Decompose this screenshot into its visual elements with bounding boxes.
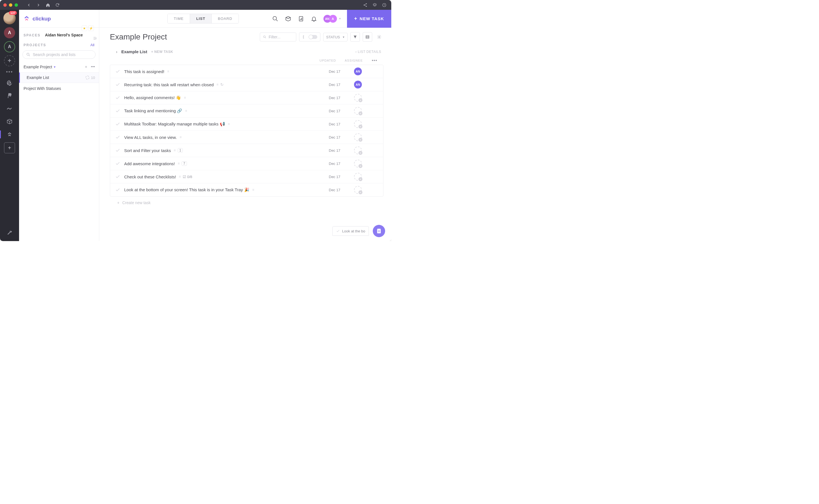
assign-placeholder-icon[interactable] [354,146,362,154]
box-icon[interactable] [4,116,15,127]
task-row[interactable]: Look at the bottom of your screen! This … [110,183,383,196]
minimize-window-button[interactable] [9,3,12,7]
list-details-link[interactable]: LIST DETAILS [355,50,381,54]
share-icon[interactable] [362,1,369,9]
task-row[interactable]: View ALL tasks, in one view.≡Dec 17 [110,131,383,144]
chevron-right-icon[interactable]: › [116,50,117,54]
settings-wrench-icon[interactable] [4,228,15,238]
task-complete-check[interactable] [115,82,120,87]
filter-box[interactable] [260,32,296,41]
status-dropdown[interactable]: STATUS ▾ [323,33,348,41]
filter-funnel-button[interactable] [350,32,360,42]
task-assignee[interactable] [354,120,379,128]
project-item-example[interactable]: Example Project ▾ ＋ ••• [19,62,99,73]
tab-time[interactable]: TIME [167,14,190,23]
task-assignee[interactable] [354,133,379,141]
chevron-down-icon[interactable]: ▾ [54,65,55,69]
task-assignee[interactable]: AN [354,67,379,75]
clickup-rail-icon[interactable] [4,129,15,139]
projects-all-link[interactable]: All [90,43,94,47]
project-item-statuses[interactable]: Project With Statuses [19,83,99,94]
settings-gear-icon[interactable] [375,33,383,41]
task-assignee[interactable] [354,146,379,154]
assign-placeholder-icon[interactable] [354,107,362,115]
search-button[interactable] [272,15,279,22]
assign-placeholder-icon[interactable] [354,186,362,194]
task-complete-check[interactable] [115,122,120,127]
workspace-a2[interactable]: A [4,41,15,52]
add-app-button[interactable]: + [4,142,15,153]
task-assignee[interactable] [354,186,379,194]
favorite-star-icon[interactable]: ★ [81,25,87,31]
task-row[interactable]: Multitask Toolbar: Magically manage mult… [110,118,383,131]
workspace-a1[interactable]: A [4,27,15,38]
nav-back-button[interactable] [25,1,32,9]
assign-placeholder-icon[interactable] [354,120,362,128]
task-row[interactable]: Recurring task: this task will restart w… [110,78,383,91]
task-assignee[interactable] [354,173,379,181]
reports-button[interactable] [298,15,304,22]
tab-board[interactable]: BOARD [212,14,238,23]
task-assignee[interactable] [354,160,379,167]
subtasks-toggle[interactable] [299,32,320,41]
nav-forward-button[interactable] [35,1,42,9]
active-space-name[interactable]: Aidan Nerol's Space [45,33,83,37]
add-workspace-button[interactable]: + [4,55,15,66]
task-complete-check[interactable] [115,69,120,74]
filter-input[interactable] [269,35,293,39]
wave-icon[interactable] [4,104,15,114]
paypal-icon[interactable] [4,91,15,101]
sidebar-search-input[interactable] [33,52,92,57]
automation-bolt-icon[interactable]: ⚡ [88,25,94,31]
logo[interactable]: clickup [23,15,51,22]
user-menu[interactable]: AN A ▾ [324,15,341,23]
col-assignee[interactable]: ASSIGNEE [345,59,370,62]
workspace-avatar[interactable]: 137 [3,12,16,24]
task-row[interactable]: This task is assigned!≡Dec 17AN [110,65,383,78]
project-more-icon[interactable]: ••• [91,64,95,69]
assign-placeholder-icon[interactable] [354,94,362,102]
task-complete-check[interactable] [115,187,120,192]
toggle-switch[interactable] [309,35,317,39]
create-task-row[interactable]: + Create new task [110,197,383,205]
task-row[interactable]: Task linking and mentioning 🔗≡Dec 17 [110,104,383,118]
task-complete-check[interactable] [115,135,120,140]
columns-button[interactable] [363,32,372,42]
more-workspaces-icon[interactable]: ••• [6,69,13,75]
task-row[interactable]: Check out these Checklists!≡☑ 0/8Dec 17 [110,170,383,183]
task-assignee[interactable]: AN [354,81,379,88]
new-task-inline-button[interactable]: NEW TASK [151,50,173,54]
add-list-icon[interactable]: ＋ [84,64,88,69]
task-complete-check[interactable] [115,148,120,153]
task-complete-check[interactable] [115,108,120,113]
task-row[interactable]: Sort and Filter your tasks≡1Dec 17 [110,144,383,157]
collapse-sidebar-icon[interactable] [93,36,97,41]
new-task-button[interactable]: + NEW TASK [347,10,391,28]
list-title[interactable]: Example List [121,49,147,54]
assign-placeholder-icon[interactable] [354,133,362,141]
home-button[interactable] [44,1,52,9]
task-row[interactable]: Hello, assigned comments! 👋≡Dec 17 [110,91,383,104]
maximize-window-button[interactable] [15,3,18,7]
close-window-button[interactable] [3,3,7,7]
notepad-fab[interactable] [373,225,385,237]
task-complete-check[interactable] [115,161,120,166]
task-complete-check[interactable] [115,95,120,100]
task-assignee[interactable] [354,94,379,102]
columns-more-icon[interactable]: ••• [370,58,377,63]
task-complete-check[interactable] [115,174,120,179]
assign-placeholder-icon[interactable] [354,160,362,167]
box-button[interactable] [285,15,292,22]
task-assignee[interactable] [354,107,379,115]
sidebar-list-example[interactable]: Example List 10 [19,73,99,83]
assign-placeholder-icon[interactable] [354,173,362,181]
col-updated[interactable]: UPDATED [320,59,345,62]
task-row[interactable]: Add awesome integrations!≡7Dec 17 [110,157,383,170]
tab-list[interactable]: LIST [190,14,212,23]
pinterest-icon[interactable] [4,78,15,88]
layers-icon[interactable] [371,1,378,9]
sidebar-search[interactable] [22,50,96,59]
notifications-button[interactable] [311,15,317,22]
history-icon[interactable] [381,1,388,9]
task-tray-preview[interactable]: Look at the bo [332,226,369,236]
